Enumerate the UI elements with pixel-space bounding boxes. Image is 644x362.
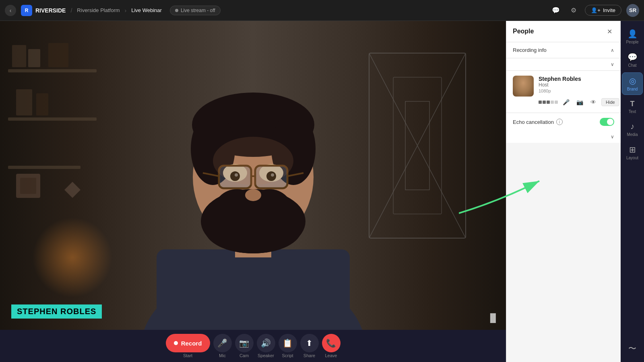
svg-rect-13 xyxy=(20,178,36,194)
signal-dot-2 xyxy=(543,101,546,104)
echo-label-text: Echo cancellation xyxy=(513,119,554,125)
panel-header: People ✕ xyxy=(506,21,621,42)
record-label: Record xyxy=(181,340,202,347)
record-dot xyxy=(174,341,178,345)
chat-sidebar-label: Chat xyxy=(628,63,636,68)
svg-rect-7 xyxy=(28,49,40,67)
svg-rect-10 xyxy=(36,93,48,115)
svg-point-39 xyxy=(245,189,261,201)
participant-name: Stephen Robles xyxy=(539,76,619,82)
media-icon: ♪ xyxy=(630,122,634,131)
bottom-toolbar: Record Start 🎤 Mic 📷 Cam 🔊 Speaker 📋 Scr… xyxy=(0,330,506,362)
close-icon: ✕ xyxy=(607,28,612,35)
signal-strength xyxy=(539,101,558,104)
chevron-down-icon2: ∨ xyxy=(611,134,614,140)
hide-cam-icon[interactable]: 👁 xyxy=(588,97,599,108)
svg-point-40 xyxy=(213,137,293,185)
leave-label: Leave xyxy=(325,353,337,358)
people-sidebar-label: People xyxy=(626,40,638,44)
avatar-initials: SR xyxy=(629,7,636,13)
speaker-item[interactable]: 🔊 Speaker xyxy=(257,334,275,358)
svg-rect-8 xyxy=(48,43,68,67)
brand-sidebar-label: Brand xyxy=(627,87,638,91)
svg-rect-3 xyxy=(8,69,97,72)
sidebar-item-people[interactable]: 👤 People xyxy=(622,26,643,47)
signal-dot-3 xyxy=(547,101,550,104)
share-item[interactable]: ⬆ Share xyxy=(300,334,319,358)
livestream-label: Live stream - off xyxy=(181,8,215,13)
video-container: STEPHEN ROBLES ▐▌ xyxy=(0,21,506,330)
sidebar-item-media[interactable]: ♪ Media xyxy=(622,119,643,140)
name-tag: STEPHEN ROBLES xyxy=(11,304,102,319)
invite-label: Invite xyxy=(603,7,615,13)
mute-cam-icon[interactable]: 📷 xyxy=(574,97,585,108)
topbar-right: 💬 ⚙ 👤+ Invite SR xyxy=(549,4,639,17)
script-label: Script xyxy=(282,353,293,358)
chat-icon-btn[interactable]: 💬 xyxy=(549,4,562,17)
leave-item[interactable]: 📞 Leave xyxy=(322,334,341,358)
right-icon-sidebar: 👤 People 💬 Chat ◎ Brand T Text ♪ Media ⊞… xyxy=(621,21,644,362)
recording-info-label: Recording info xyxy=(513,47,547,53)
invite-icon: 👤+ xyxy=(591,7,601,13)
svg-rect-4 xyxy=(8,117,97,121)
video-background: STEPHEN ROBLES ▐▌ xyxy=(0,21,506,330)
chevron-down-icon: ∨ xyxy=(611,62,614,67)
mic-button[interactable]: 🎤 xyxy=(213,334,232,352)
main-content: STEPHEN ROBLES ▐▌ Record Start 🎤 Mic 📷 xyxy=(0,21,644,362)
cam-button[interactable]: 📷 xyxy=(235,334,254,352)
shelf-decor xyxy=(8,37,97,238)
logo-area: R RIVERSIDE xyxy=(21,5,66,16)
svg-marker-11 xyxy=(64,182,80,198)
brand-icon: ◎ xyxy=(629,76,636,86)
settings-icon-btn[interactable]: ⚙ xyxy=(567,4,580,17)
echo-cancellation-row: Echo cancellation i xyxy=(506,113,621,131)
panel-close-button[interactable]: ✕ xyxy=(605,27,614,36)
text-sidebar-label: Text xyxy=(629,109,636,114)
echo-toggle[interactable] xyxy=(600,118,614,126)
people-icon: 👤 xyxy=(627,29,638,39)
participant-role: Host xyxy=(539,82,619,88)
echo-label: Echo cancellation i xyxy=(513,119,563,125)
sidebar-item-chat[interactable]: 💬 Chat xyxy=(622,49,643,71)
people-panel: People ✕ Recording info ∧ ∨ Stephen Robl… xyxy=(506,21,621,362)
sidebar-item-layout[interactable]: ⊞ Layout xyxy=(622,142,643,163)
signal-dot-1 xyxy=(539,101,542,104)
person-video xyxy=(132,48,374,330)
sidebar-item-text[interactable]: T Text xyxy=(622,97,643,117)
cam-item[interactable]: 📷 Cam xyxy=(235,334,254,358)
livestream-dot xyxy=(175,9,178,12)
signal-dot-5 xyxy=(555,101,558,104)
speaker-label: Speaker xyxy=(258,353,274,358)
avatar: SR xyxy=(626,4,639,17)
speaker-button[interactable]: 🔊 xyxy=(257,334,275,352)
video-area: STEPHEN ROBLES ▐▌ Record Start 🎤 Mic 📷 xyxy=(0,21,506,362)
info-icon[interactable]: i xyxy=(556,119,563,125)
mic-item[interactable]: 🎤 Mic xyxy=(213,334,232,358)
layout-sidebar-label: Layout xyxy=(626,156,638,160)
participant-quality: 1080p xyxy=(539,88,619,93)
svg-rect-6 xyxy=(12,45,26,67)
livestream-badge[interactable]: Live stream - off xyxy=(170,6,221,15)
nav-separator2: › xyxy=(125,7,127,14)
layout-icon: ⊞ xyxy=(629,145,636,154)
media-sidebar-label: Media xyxy=(627,132,638,137)
invite-button[interactable]: 👤+ Invite xyxy=(585,5,621,16)
svg-rect-9 xyxy=(16,89,32,115)
hide-button[interactable]: Hide xyxy=(601,98,619,106)
script-button[interactable]: 📋 xyxy=(279,334,297,352)
mute-mic-icon[interactable]: 🎤 xyxy=(560,97,572,108)
nav-webinar: Live Webinar xyxy=(131,7,162,13)
recording-info-row[interactable]: Recording info ∧ xyxy=(506,42,621,58)
sidebar-item-brand[interactable]: ◎ Brand xyxy=(622,72,643,95)
share-button[interactable]: ⬆ xyxy=(300,334,319,352)
leave-button[interactable]: 📞 xyxy=(322,334,341,352)
avatar-image xyxy=(513,76,534,97)
script-item[interactable]: 📋 Script xyxy=(279,334,297,358)
record-item[interactable]: Record Start xyxy=(166,334,210,358)
cam-label: Cam xyxy=(239,353,249,358)
back-button[interactable]: ‹ xyxy=(5,5,16,16)
waveform-icon: 〜 xyxy=(622,340,643,357)
nav-platform[interactable]: Riverside Platform xyxy=(77,7,120,13)
participant-info: Stephen Robles Host 1080p 🎤 📷 👁 Hide xyxy=(539,76,619,108)
record-button[interactable]: Record xyxy=(166,334,210,352)
